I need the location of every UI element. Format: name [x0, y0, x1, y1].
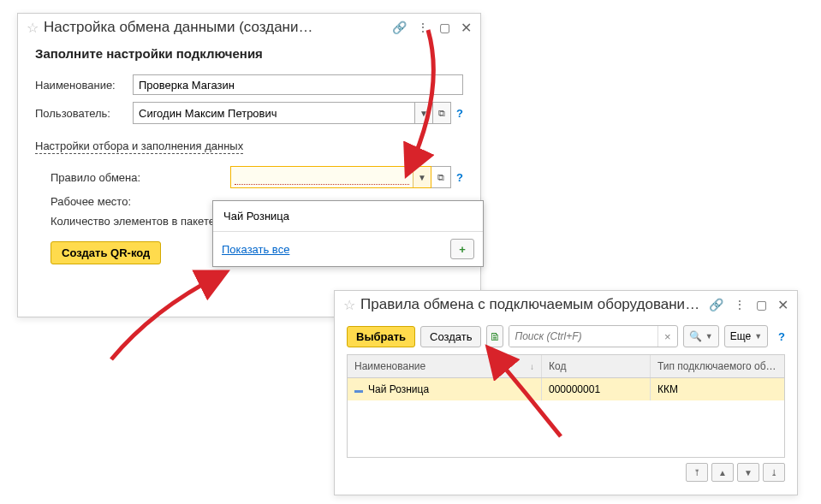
show-all-link[interactable]: Показать все — [222, 243, 289, 256]
label-rule: Правило обмена: — [51, 171, 230, 184]
close-icon[interactable]: ✕ — [461, 20, 472, 36]
chevron-down-icon: ▼ — [754, 332, 762, 341]
favorite-star-icon[interactable]: ☆ — [27, 20, 39, 36]
filter-settings-link[interactable]: Настройки отбора и заполнения данных — [35, 139, 243, 154]
search-input[interactable]: × — [509, 325, 677, 347]
select-user-value: Сигодин Максим Петрович — [134, 103, 414, 123]
close-icon[interactable]: ✕ — [777, 297, 788, 313]
window-title: Настройка обмена данными (создани… — [44, 19, 387, 36]
select-button[interactable]: Выбрать — [347, 326, 415, 347]
help-icon[interactable]: ? — [778, 330, 785, 343]
maximize-icon[interactable]: ▢ — [439, 21, 450, 34]
window-title: Правила обмена с подключаемым оборудован… — [360, 296, 704, 313]
grid-body: ▬Чай Розница 000000001 ККМ — [348, 378, 784, 457]
sort-arrow-icon: ↓ — [530, 362, 534, 371]
search-field[interactable] — [509, 326, 657, 347]
label-workplace: Рабочее место: — [51, 195, 230, 208]
more-button[interactable]: Еще▼ — [724, 325, 768, 347]
nav-down-button[interactable]: ▼ — [737, 463, 759, 482]
label-user: Пользователь: — [35, 107, 133, 120]
maximize-icon[interactable]: ▢ — [756, 298, 767, 311]
help-icon[interactable]: ? — [456, 171, 463, 184]
nav-last-button[interactable]: ⤓ — [763, 463, 785, 482]
open-icon[interactable] — [432, 103, 450, 123]
select-user[interactable]: Сигодин Максим Петрович ▼ — [133, 102, 451, 124]
menu-icon[interactable]: ⋮ — [734, 298, 746, 311]
row-name: Наименование: Проверка Магазин — [35, 74, 463, 95]
window-data-exchange-setup: ☆ Настройка обмена данными (создани… 🔗 ⋮… — [17, 13, 481, 317]
table-row[interactable]: ▬Чай Розница 000000001 ККМ — [348, 378, 784, 400]
rule-dropdown-panel: Чай Розница Показать все + — [212, 200, 484, 267]
page-heading: Заполните настройки подключения — [35, 46, 463, 61]
chevron-down-icon: ▼ — [705, 332, 713, 341]
titlebar-controls: 🔗 ⋮ ▢ ✕ — [709, 297, 788, 313]
chevron-down-icon[interactable]: ▼ — [414, 103, 432, 123]
create-qr-button[interactable]: Создать QR-код — [51, 241, 161, 264]
clear-search-icon[interactable]: × — [657, 326, 677, 347]
nav-buttons: ⤒ ▲ ▼ ⤓ — [335, 458, 797, 487]
window-exchange-rules: ☆ Правила обмена с подключаемым оборудов… — [334, 290, 798, 495]
select-rule[interactable]: ▼ — [230, 166, 431, 188]
item-marker-icon: ▬ — [354, 385, 363, 394]
titlebar: ☆ Настройка обмена данными (создани… 🔗 ⋮… — [18, 14, 480, 41]
titlebar: ☆ Правила обмена с подключаемым оборудов… — [335, 291, 797, 318]
help-icon[interactable]: ? — [456, 107, 463, 120]
col-header-name[interactable]: Наименование↓ — [348, 355, 542, 377]
dropdown-footer: Показать все + — [213, 232, 483, 266]
row-rule: Правило обмена: ▼ ? — [51, 166, 463, 188]
col-header-code[interactable]: Код — [542, 355, 651, 377]
link-icon[interactable]: 🔗 — [709, 298, 723, 311]
select-rule-value — [235, 169, 409, 185]
add-button[interactable]: + — [450, 239, 474, 259]
label-packet: Количество элементов в пакете: — [51, 215, 230, 228]
titlebar-controls: 🔗 ⋮ ▢ ✕ — [392, 20, 472, 36]
dropdown-option[interactable]: Чай Розница — [213, 201, 483, 232]
link-icon[interactable]: 🔗 — [392, 21, 407, 34]
open-icon[interactable] — [431, 166, 451, 188]
search-dropdown-button[interactable]: 🔍▼ — [683, 325, 719, 347]
nav-first-button[interactable]: ⤒ — [686, 463, 708, 482]
row-user: Пользователь: Сигодин Максим Петрович ▼ … — [35, 102, 463, 124]
label-name: Наименование: — [35, 79, 133, 92]
input-name[interactable]: Проверка Магазин — [133, 74, 463, 95]
grid-header: Наименование↓ Код Тип подключаемого об… — [348, 355, 784, 378]
favorite-star-icon[interactable]: ☆ — [343, 297, 355, 313]
toolbar: Выбрать Создать 🗎 × 🔍▼ Еще▼ ? — [335, 318, 797, 354]
data-grid: Наименование↓ Код Тип подключаемого об… … — [347, 354, 785, 458]
document-icon: 🗎 — [490, 330, 501, 343]
copy-item-button[interactable]: 🗎 — [486, 325, 503, 347]
menu-icon[interactable]: ⋮ — [417, 21, 429, 34]
create-button[interactable]: Создать — [420, 326, 481, 347]
search-icon: 🔍 — [689, 330, 702, 342]
chevron-down-icon[interactable]: ▼ — [413, 167, 431, 187]
col-header-type[interactable]: Тип подключаемого об… — [651, 355, 784, 377]
nav-up-button[interactable]: ▲ — [711, 463, 734, 482]
